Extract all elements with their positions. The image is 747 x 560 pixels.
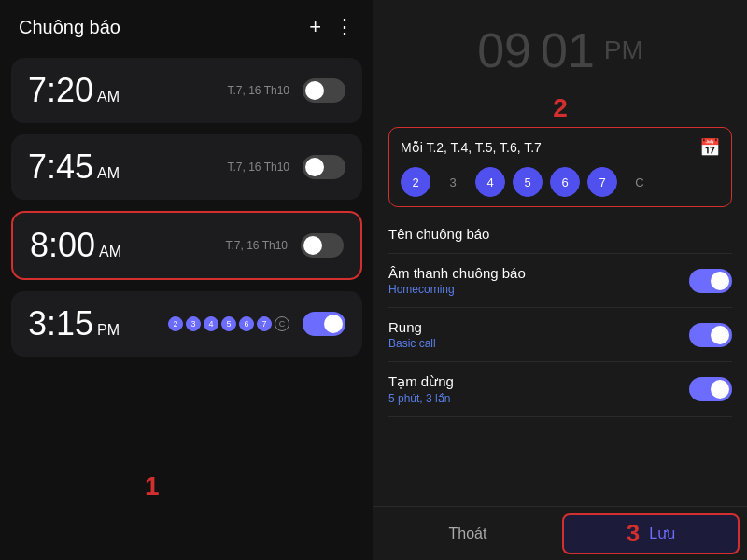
setting-label-name: Tên chuông báo: [388, 226, 489, 242]
alarm-right-745: T.7, 16 Th10: [228, 155, 346, 179]
day-bubble-6: 6: [239, 316, 254, 331]
alarm-toggle-745[interactable]: [303, 155, 345, 179]
vibrate-toggle[interactable]: [689, 323, 732, 347]
calendar-icon[interactable]: 📅: [699, 137, 720, 158]
day-circle-7[interactable]: 7: [587, 167, 617, 197]
more-options-button[interactable]: ⋮: [334, 15, 355, 39]
setting-left-vibrate: Rung Basic call: [388, 319, 436, 350]
alarm-time-big-745: 7:45: [28, 147, 93, 187]
days-section: Mỗi T.2, T.4, T.5, T.6, T.7 📅 2 3 4 5 6 …: [388, 127, 732, 207]
time-hour: 09: [477, 22, 531, 78]
alarm-time-315: 3:15 PM: [28, 304, 120, 343]
time-ampm: PM: [604, 35, 643, 65]
sound-toggle[interactable]: [689, 269, 732, 293]
day-bubble-2: 2: [168, 316, 183, 331]
bottom-actions: Thoát 3 Lưu: [374, 507, 747, 560]
day-circle-3[interactable]: 3: [438, 167, 468, 197]
alarm-date-800: T.7, 16 Th10: [226, 239, 289, 252]
setting-sublabel-sound: Homecoming: [388, 283, 526, 296]
alarm-time-800: 8:00 AM: [30, 226, 121, 265]
add-alarm-button[interactable]: +: [309, 15, 321, 39]
alarm-right-315: 2 3 4 5 6 7 C: [168, 312, 345, 336]
alarm-time-big-720: 7:20: [28, 71, 93, 110]
alarm-time-big-800: 8:00: [30, 226, 95, 265]
alarm-item-720[interactable]: 7:20 AM T.7, 16 Th10: [11, 58, 362, 123]
setting-left-sound: Âm thanh chuông báo Homecoming: [388, 265, 526, 296]
vibrate-toggle-slider: [689, 323, 732, 347]
toggle-slider-800: [301, 233, 344, 258]
alarm-time-720: 7:20 AM: [28, 71, 120, 110]
day-circle-2[interactable]: 2: [401, 167, 430, 197]
day-circle-c[interactable]: C: [625, 167, 655, 197]
time-min: 01: [541, 22, 595, 78]
left-panel: Chuông báo + ⋮ 7:20 AM T.7, 16 Th10 7: [0, 0, 374, 560]
day-circle-6[interactable]: 6: [550, 167, 580, 197]
alarm-time-ampm-800: AM: [99, 244, 121, 260]
setting-sublabel-vibrate: Basic call: [388, 337, 436, 350]
alarm-list: 7:20 AM T.7, 16 Th10 7:45 AM T.7, 16 Th1…: [0, 49, 374, 560]
day-bubble-c: C: [275, 316, 289, 331]
settings-area: Tên chuông báo Âm thanh chuông báo Homec…: [374, 215, 747, 506]
day-circle-4[interactable]: 4: [475, 167, 505, 197]
setting-row-name: Tên chuông báo: [388, 215, 732, 254]
alarm-item-800[interactable]: 8:00 AM T.7, 16 Th10: [11, 211, 362, 280]
header-icons: + ⋮: [309, 15, 355, 39]
alarm-time-ampm-720: AM: [97, 89, 120, 105]
alarm-toggle-800[interactable]: [301, 233, 344, 258]
label-3-annotation: 3: [627, 519, 640, 548]
alarm-item-315[interactable]: 3:15 PM 2 3 4 5 6 7 C: [11, 291, 362, 357]
alarm-toggle-315[interactable]: [303, 312, 345, 336]
days-header: Mỗi T.2, T.4, T.5, T.6, T.7 📅: [401, 137, 720, 158]
toggle-slider-720: [303, 78, 345, 103]
day-bubble-3: 3: [186, 316, 201, 331]
save-button[interactable]: 3 Lưu: [562, 513, 740, 554]
toggle-slider-745: [303, 155, 345, 179]
day-circle-5[interactable]: 5: [513, 167, 543, 197]
alarm-right-800: T.7, 16 Th10: [226, 233, 345, 258]
setting-row-vibrate: Rung Basic call: [388, 308, 732, 362]
alarm-time-big-315: 3:15: [28, 304, 93, 343]
setting-label-snooze: Tạm dừng: [388, 373, 454, 390]
label-2-annotation: 2: [374, 93, 747, 123]
day-bubble-5: 5: [221, 316, 236, 331]
alarm-time-ampm-315: PM: [97, 322, 120, 339]
setting-label-sound: Âm thanh chuông báo: [388, 265, 526, 281]
snooze-toggle[interactable]: [689, 377, 732, 401]
exit-button[interactable]: Thoát: [381, 513, 555, 554]
right-panel: 09 01 PM 2 Mỗi T.2, T.4, T.5, T.6, T.7 📅…: [374, 0, 747, 560]
sound-toggle-slider: [689, 269, 732, 293]
day-bubble-7: 7: [257, 316, 272, 331]
alarm-toggle-720[interactable]: [303, 78, 345, 103]
time-display: 09 01 PM: [374, 0, 747, 93]
alarm-day-bubbles-315: 2 3 4 5 6 7 C: [168, 316, 289, 331]
days-label-text: Mỗi T.2, T.4, T.5, T.6, T.7: [401, 140, 542, 155]
alarm-time-ampm-745: AM: [97, 165, 120, 182]
alarm-time-745: 7:45 AM: [28, 147, 120, 187]
setting-sublabel-snooze: 5 phút, 3 lần: [388, 392, 454, 405]
alarm-date-720: T.7, 16 Th10: [228, 84, 290, 97]
alarm-screen-title: Chuông báo: [19, 17, 120, 38]
alarm-item-745[interactable]: 7:45 AM T.7, 16 Th10: [11, 134, 362, 200]
setting-row-sound: Âm thanh chuông báo Homecoming: [388, 254, 732, 308]
alarm-right-720: T.7, 16 Th10: [228, 78, 346, 103]
snooze-toggle-slider: [689, 377, 732, 401]
alarm-date-745: T.7, 16 Th10: [228, 161, 290, 174]
setting-left-name: Tên chuông báo: [388, 226, 489, 242]
bottom-bar: Thoát 3 Lưu: [374, 506, 747, 560]
toggle-slider-315: [303, 312, 345, 336]
setting-left-snooze: Tạm dừng 5 phút, 3 lần: [388, 373, 454, 405]
setting-row-snooze: Tạm dừng 5 phút, 3 lần: [388, 362, 732, 417]
setting-label-vibrate: Rung: [388, 319, 436, 335]
days-row: 2 3 4 5 6 7 C: [401, 167, 720, 197]
day-bubble-4: 4: [204, 316, 218, 331]
left-header: Chuông báo + ⋮: [0, 0, 374, 49]
save-button-label: Lưu: [649, 525, 675, 542]
